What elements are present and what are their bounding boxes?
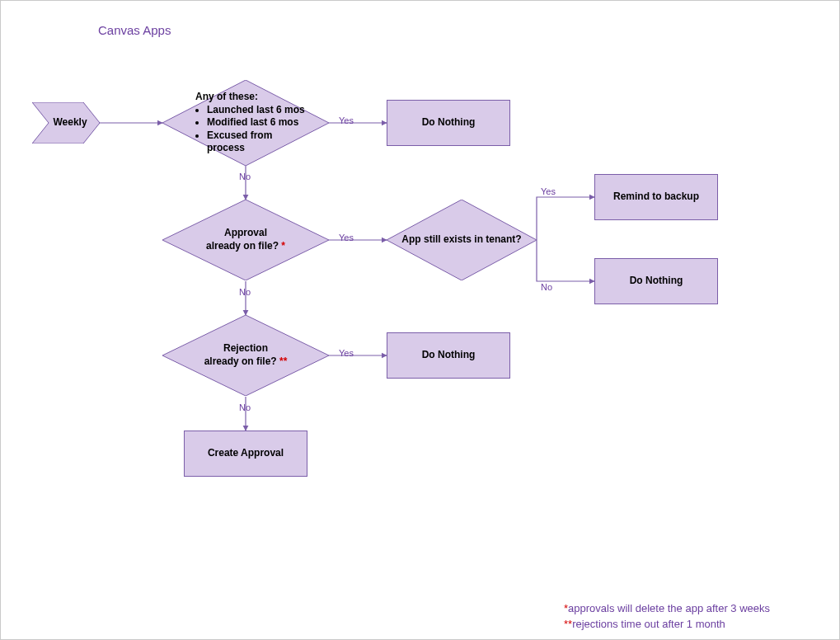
decision-activity-check: Any of these: Launched last 6 mos Modifi… — [162, 80, 329, 166]
process-do-nothing-1: Do Nothing — [387, 100, 510, 146]
process-create-approval: Create Approval — [184, 431, 307, 477]
process-label: Create Approval — [208, 447, 284, 460]
d1-header: Any of these: — [195, 91, 258, 104]
d2-star: * — [281, 240, 285, 252]
d1-bullets: Launched last 6 mos Modified last 6 mos … — [195, 104, 312, 155]
d4-line1: Rejection — [223, 342, 268, 354]
process-remind-backup: Remind to backup — [594, 174, 718, 220]
edge-label-d1-yes: Yes — [339, 115, 354, 125]
process-label: Do Nothing — [422, 349, 476, 362]
process-label: Do Nothing — [422, 116, 476, 129]
flowchart-canvas: Canvas Apps Weekly Any of these: Launche… — [0, 0, 840, 640]
edge-label-d3-yes: Yes — [541, 186, 556, 196]
connector-layer — [1, 1, 840, 640]
edge-label-d4-no: No — [239, 402, 251, 412]
d4-line2: already on file? — [204, 355, 279, 367]
d2-line1: Approval — [224, 227, 267, 238]
edge-label-d4-yes: Yes — [339, 348, 354, 358]
d4-star: ** — [279, 355, 287, 367]
footnote-1: *approvals will delete the app after 3 w… — [564, 602, 770, 614]
process-do-nothing-2: Do Nothing — [594, 258, 718, 304]
decision-rejection-on-file: Rejection already on file? ** — [162, 315, 329, 396]
footnote-2: **rejections time out after 1 month — [564, 618, 725, 630]
decision-approval-on-file: Approval already on file? * — [162, 200, 329, 280]
process-do-nothing-3: Do Nothing — [387, 332, 510, 379]
d2-line2: already on file? — [206, 240, 281, 252]
decision-app-exists: App still exists in tenant? — [387, 200, 537, 280]
edge-label-d1-no: No — [239, 172, 251, 181]
start-node-weekly: Weekly — [32, 102, 100, 144]
process-label: Remind to backup — [613, 191, 699, 204]
d3-label: App still exists in tenant? — [387, 200, 537, 280]
start-node-label: Weekly — [45, 116, 87, 129]
edge-label-d2-no: No — [239, 287, 251, 297]
edge-label-d3-no: No — [541, 282, 552, 292]
page-title: Canvas Apps — [98, 23, 171, 37]
process-label: Do Nothing — [630, 275, 683, 288]
edge-label-d2-yes: Yes — [339, 233, 354, 242]
